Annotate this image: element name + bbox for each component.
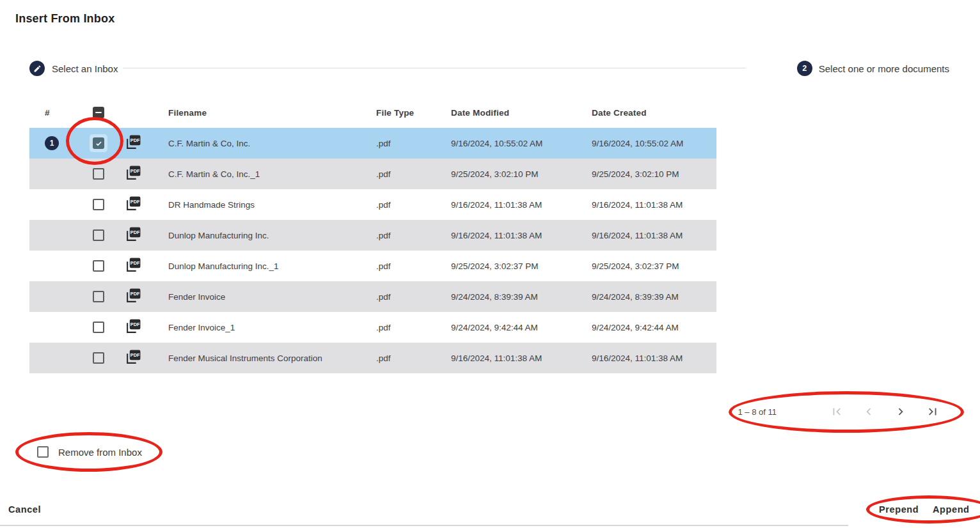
remove-from-inbox-checkbox[interactable] <box>37 446 49 458</box>
file-type-cell: .pdf <box>365 323 440 332</box>
date-modified-cell: 9/16/2024, 10:55:02 AM <box>440 139 581 148</box>
filename-cell: Fender Invoice <box>157 292 365 302</box>
filename-cell: Fender Musical Instruments Corporation <box>157 353 365 363</box>
header-date-created: Date Created <box>581 108 716 118</box>
row-checkbox[interactable] <box>93 168 104 180</box>
table-row[interactable]: 1 PDF C.F. Martin & Co, Inc. .pdf 9/16/2… <box>29 128 716 159</box>
pdf-file-icon: PDF <box>125 349 141 367</box>
last-page-icon[interactable] <box>925 404 940 419</box>
svg-text:PDF: PDF <box>130 229 140 235</box>
filename-cell: Dunlop Manufacturing Inc. <box>157 231 365 240</box>
table-row[interactable]: PDF C.F. Martin & Co, Inc._1 .pdf 9/25/2… <box>29 159 716 189</box>
remove-from-inbox-label: Remove from Inbox <box>58 447 142 458</box>
file-type-cell: .pdf <box>365 139 440 148</box>
table-header-row: # Filename File Type Date Modified Date … <box>29 97 716 128</box>
table-row[interactable]: PDF Dunlop Manufacturing Inc. .pdf 9/16/… <box>29 220 716 251</box>
row-checkbox[interactable] <box>93 229 104 241</box>
file-type-cell: .pdf <box>365 261 440 271</box>
pdf-file-icon: PDF <box>125 318 141 336</box>
svg-text:PDF: PDF <box>130 352 140 358</box>
pdf-file-icon: PDF <box>125 196 141 214</box>
stepper-connector-line <box>123 68 746 68</box>
page-title: Insert From Inbox <box>15 12 115 26</box>
svg-text:PDF: PDF <box>130 199 140 205</box>
next-page-icon[interactable] <box>893 404 908 419</box>
cancel-button[interactable]: Cancel <box>8 504 41 515</box>
table-row[interactable]: PDF DR Handmade Strings .pdf 9/16/2024, … <box>29 189 716 220</box>
first-page-icon[interactable] <box>829 404 844 419</box>
date-modified-cell: 9/25/2024, 3:02:37 PM <box>440 261 581 271</box>
date-created-cell: 9/25/2024, 3:02:10 PM <box>581 169 716 179</box>
file-type-cell: .pdf <box>365 292 440 302</box>
filename-cell: DR Handmade Strings <box>157 200 365 210</box>
svg-text:PDF: PDF <box>130 260 140 266</box>
prepend-button[interactable]: Prepend <box>879 504 919 515</box>
svg-text:PDF: PDF <box>130 168 140 174</box>
insert-from-inbox-dialog: Insert From Inbox Select an Inbox 2 Sele… <box>0 0 980 528</box>
file-type-cell: .pdf <box>365 231 440 240</box>
row-checkbox[interactable] <box>93 291 104 302</box>
row-checkbox[interactable] <box>93 352 104 364</box>
svg-text:PDF: PDF <box>130 322 140 327</box>
table-row[interactable]: PDF Fender Invoice_1 .pdf 9/24/2024, 9:4… <box>29 312 716 343</box>
row-checkbox[interactable] <box>93 260 104 272</box>
edit-icon <box>29 61 45 76</box>
date-created-cell: 9/16/2024, 11:01:38 AM <box>581 353 716 363</box>
date-created-cell: 9/24/2024, 8:39:39 AM <box>581 292 716 302</box>
table-body: 1 PDF C.F. Martin & Co, Inc. .pdf 9/16/2… <box>29 128 716 373</box>
table-row[interactable]: PDF Dunlop Manufacturing Inc._1 .pdf 9/2… <box>29 251 716 281</box>
step-1-label: Select an Inbox <box>52 63 118 74</box>
step-2-label: Select one or more documents <box>819 63 949 74</box>
file-type-cell: .pdf <box>365 353 440 363</box>
header-filename: Filename <box>157 108 365 118</box>
date-modified-cell: 9/16/2024, 11:01:38 AM <box>440 231 581 240</box>
pdf-file-icon: PDF <box>125 226 141 244</box>
filename-cell: C.F. Martin & Co, Inc. <box>157 139 365 148</box>
stepper-step-1[interactable]: Select an Inbox <box>29 61 118 76</box>
svg-text:PDF: PDF <box>130 137 140 143</box>
select-all-checkbox-indeterminate[interactable] <box>93 107 104 118</box>
minus-icon <box>95 112 102 113</box>
date-modified-cell: 9/16/2024, 11:01:38 AM <box>440 353 581 363</box>
pagination-range-label: 1 – 8 of 11 <box>738 407 777 417</box>
pagination-controls: 1 – 8 of 11 <box>738 404 940 419</box>
previous-page-icon[interactable] <box>861 404 876 419</box>
step-2-number-badge: 2 <box>797 61 812 76</box>
header-file-type: File Type <box>365 108 440 118</box>
remove-from-inbox-option[interactable]: Remove from Inbox <box>37 446 142 458</box>
filename-cell: Fender Invoice_1 <box>157 323 365 332</box>
date-modified-cell: 9/16/2024, 11:01:38 AM <box>440 200 581 210</box>
row-checkbox[interactable] <box>90 134 107 152</box>
dialog-bottom-divider <box>0 525 848 526</box>
svg-text:PDF: PDF <box>130 291 140 297</box>
append-button[interactable]: Append <box>933 504 970 515</box>
row-checkbox[interactable] <box>93 199 104 210</box>
date-modified-cell: 9/24/2024, 9:42:44 AM <box>440 323 581 332</box>
row-number-badge: 1 <box>45 136 59 150</box>
documents-table: # Filename File Type Date Modified Date … <box>29 97 716 373</box>
file-type-cell: .pdf <box>365 200 440 210</box>
date-created-cell: 9/16/2024, 11:01:38 AM <box>581 200 716 210</box>
filename-cell: C.F. Martin & Co, Inc._1 <box>157 169 365 179</box>
checked-checkbox <box>93 137 104 149</box>
row-checkbox[interactable] <box>93 322 104 333</box>
pdf-file-icon: PDF <box>125 288 141 306</box>
date-created-cell: 9/16/2024, 10:55:02 AM <box>581 139 716 148</box>
filename-cell: Dunlop Manufacturing Inc._1 <box>157 261 365 271</box>
date-modified-cell: 9/24/2024, 8:39:39 AM <box>440 292 581 302</box>
stepper-step-2[interactable]: 2 Select one or more documents <box>797 61 949 76</box>
table-row[interactable]: PDF Fender Musical Instruments Corporati… <box>29 343 716 373</box>
header-number: # <box>29 108 81 118</box>
pdf-file-icon: PDF <box>125 257 141 275</box>
pdf-file-icon: PDF <box>125 165 141 183</box>
date-created-cell: 9/24/2024, 9:42:44 AM <box>581 323 716 332</box>
header-date-modified: Date Modified <box>440 108 581 118</box>
header-select-all[interactable] <box>81 107 116 118</box>
date-created-cell: 9/16/2024, 11:01:38 AM <box>581 231 716 240</box>
pdf-file-icon: PDF <box>125 134 141 152</box>
stepper: Select an Inbox 2 Select one or more doc… <box>29 61 951 76</box>
date-created-cell: 9/25/2024, 3:02:37 PM <box>581 261 716 271</box>
date-modified-cell: 9/25/2024, 3:02:10 PM <box>440 169 581 179</box>
file-type-cell: .pdf <box>365 169 440 179</box>
table-row[interactable]: PDF Fender Invoice .pdf 9/24/2024, 8:39:… <box>29 281 716 312</box>
